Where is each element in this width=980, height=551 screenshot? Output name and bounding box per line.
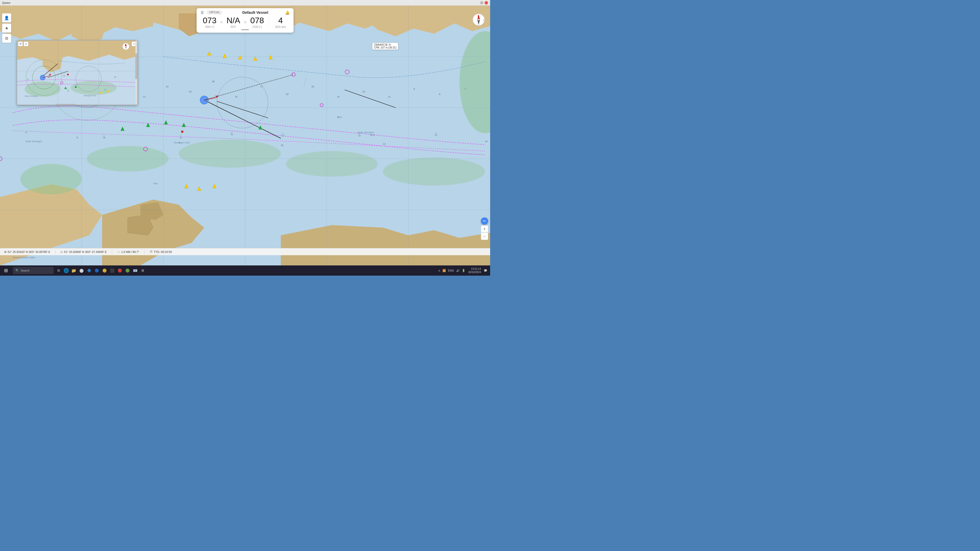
svg-text:16: 16	[312, 85, 314, 88]
taskview-symbol: ⧉	[57, 268, 60, 273]
svg-point-93	[71, 81, 117, 95]
map-area[interactable]: ⚓ ⚓ ⚓ ⚓ ⚓ ⚓ 8 10 12 7 9 11 14 16 18 15 1…	[0, 6, 490, 265]
explorer-icon[interactable]: 📁	[70, 265, 78, 276]
svg-text:31.5: 31.5	[370, 134, 375, 136]
cog-stat: 078 COG (°)	[248, 16, 266, 28]
svg-text:⚓: ⚓	[104, 88, 107, 91]
svg-text:5: 5	[25, 131, 27, 134]
svg-point-48	[345, 70, 349, 74]
svg-point-23	[217, 77, 268, 128]
app1-icon[interactable]: 🔷	[85, 265, 93, 276]
mini-map[interactable]: Rade Vlissingen Vlissingen-Oost ⚓ ⚓ 8 12…	[17, 40, 138, 105]
svg-point-50	[143, 147, 148, 151]
svg-text:19: 19	[286, 93, 288, 95]
maximize-button[interactable]: □	[480, 1, 484, 5]
svg-line-19	[217, 101, 268, 118]
svg-rect-107	[67, 74, 69, 75]
mini-north-compass: N	[122, 43, 130, 50]
svg-rect-118	[56, 104, 76, 105]
svg-text:8: 8	[27, 79, 28, 80]
mini-map-eye-button[interactable]: 👁	[18, 41, 23, 46]
ttg-icon: ⏱	[150, 250, 153, 254]
pos1-lat: 51° 25.83420' N	[8, 250, 28, 253]
cog-label: COG (°)	[248, 25, 266, 28]
battery-icon[interactable]: 🔋	[461, 269, 466, 272]
svg-point-5	[383, 157, 485, 186]
notification-icon[interactable]: 💬	[483, 269, 488, 272]
edge-icon[interactable]: 🌐	[62, 265, 70, 276]
left-scrollbar[interactable]	[0, 6, 2, 265]
search-label: Search	[21, 269, 30, 272]
position1-item: ⊕ 51° 25.83420' N 003° 34.80780' E	[4, 250, 50, 254]
taskbar-clock[interactable]: 13:51:14 10/10/2024	[467, 267, 482, 274]
svg-marker-32	[121, 127, 124, 131]
lang-label[interactable]: ENG	[447, 269, 455, 272]
app8-icon[interactable]: ⚙	[139, 265, 146, 276]
ttg-value: TTG: 00:24:59	[154, 250, 172, 253]
svg-text:⚓: ⚓	[102, 135, 106, 138]
svg-point-47	[320, 103, 323, 107]
target-icon: ▷	[61, 250, 63, 254]
svg-marker-40	[185, 184, 188, 188]
taskview-icon[interactable]: ⧉	[55, 265, 62, 276]
zoom-controls: + −	[481, 225, 488, 240]
search-icon: 🔍	[15, 269, 19, 272]
rot-stat: N/A ROT	[224, 16, 242, 28]
app3-icon[interactable]: 🟡	[100, 265, 108, 276]
status-divider3	[144, 250, 145, 254]
menu-icon[interactable]: ☰	[200, 11, 204, 14]
profile-button[interactable]: 👤	[2, 13, 11, 22]
svg-text:9: 9	[414, 88, 415, 91]
app4-icon[interactable]: ⬛	[108, 265, 116, 276]
vessel-title: Default Vessel	[221, 10, 290, 14]
svg-marker-41	[197, 187, 201, 191]
svg-marker-36	[223, 54, 226, 58]
mini-map-scrollbar[interactable]	[135, 41, 137, 105]
favorites-button[interactable]: ★	[2, 24, 11, 33]
hdg-value: 073	[200, 16, 219, 25]
taskbar-search[interactable]: 🔍 Search	[13, 267, 54, 274]
svg-text:N: N	[125, 44, 126, 46]
settings-button[interactable]: ⚙	[2, 34, 11, 43]
gear-icon: ⚙	[5, 36, 8, 41]
svg-point-1	[21, 164, 82, 194]
svg-marker-39	[269, 56, 272, 59]
svg-text:17: 17	[260, 85, 263, 88]
speed-item: ↔ 1.6 NM / 86.7°	[117, 250, 139, 254]
star-icon: ★	[5, 26, 8, 31]
chrome-icon[interactable]: ⬤	[78, 265, 85, 276]
mini-map-zoom-button[interactable]: +	[24, 41, 28, 46]
svg-text:Westerschelde Polder: Westerschelde Polder	[13, 256, 35, 259]
svg-text:11: 11	[388, 95, 391, 98]
sog-stat: 4 SOG (kn)	[272, 16, 290, 28]
svg-marker-38	[253, 57, 257, 60]
close-button[interactable]: ×	[485, 1, 488, 5]
chevron-up-icon[interactable]: ∧	[438, 269, 441, 272]
app5-icon[interactable]: 🔴	[116, 265, 124, 276]
windows-icon: ⊞	[4, 268, 8, 273]
app6-icon[interactable]: 🟢	[124, 265, 131, 276]
speaker-icon[interactable]: 🔊	[455, 269, 460, 272]
taskbar: ⊞ 🔍 Search ⧉ 🌐 📁 ⬤ 🔷 🔵 🟡 ⬛ 🔴 🟢 📧 ⚙ ∧ 📶 E…	[0, 265, 490, 276]
window-controls: □ ×	[480, 1, 488, 5]
start-button[interactable]: ⊞	[0, 265, 12, 276]
zoom-in-button[interactable]: +	[481, 225, 488, 232]
app7-icon[interactable]: 📧	[131, 265, 139, 276]
pos1-lon: 003° 34.80780' E	[29, 250, 50, 253]
zoom-out-button[interactable]: −	[481, 233, 488, 240]
edit-button[interactable]: ✏	[481, 218, 488, 225]
bell-icon[interactable]: 🔔	[285, 11, 290, 14]
svg-text:⚓: ⚓	[281, 133, 285, 137]
network-icon[interactable]: 📶	[442, 269, 447, 272]
svg-text:Vlissingen-Oost: Vlissingen-Oost	[173, 141, 190, 144]
indicator-dot	[241, 29, 249, 30]
app2-icon[interactable]: 🔵	[93, 265, 100, 276]
svg-text:15: 15	[114, 76, 116, 78]
svg-text:⚓: ⚓	[230, 132, 234, 135]
svg-line-20	[345, 90, 396, 108]
left-toolbar: 👤 ★ ⚙	[2, 13, 11, 43]
pos2-lat: 51° 25.92800' N	[64, 250, 84, 253]
svg-rect-44	[181, 131, 183, 133]
svg-text:N: N	[477, 15, 479, 17]
svg-marker-35	[208, 52, 211, 56]
